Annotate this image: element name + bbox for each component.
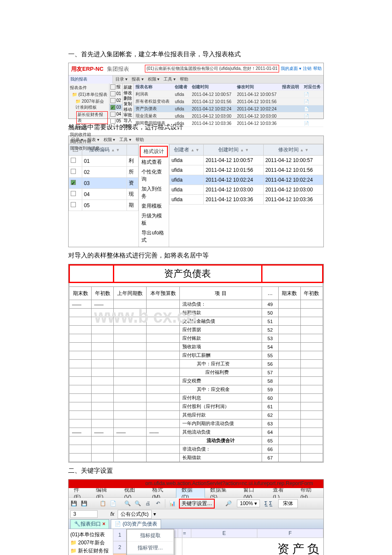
logout-link[interactable]: 注销 — [303, 66, 311, 72]
save-as-icon[interactable]: 💾 — [79, 499, 89, 508]
report-tree[interactable]: 报表条件 📁 (01)本单位报表 📁 2007年新会计准则模板 新长征财务报表 … — [69, 84, 110, 119]
table-row: 应付账款53 — [69, 334, 323, 343]
table-row: ———————— 其他流动负债64 — [69, 428, 323, 436]
copy-icon[interactable]: 📋 — [98, 499, 107, 508]
menu-dir[interactable]: 目录 ▾ — [115, 76, 127, 82]
print-icon[interactable]: 🖨 — [143, 499, 153, 508]
table-row: 非流动负债：66 — [69, 445, 323, 454]
font-select[interactable]: 宋体 — [278, 499, 298, 508]
app-subtitle: 集团报表 — [107, 65, 129, 73]
ops-col[interactable]: 新建修改删除复制 移动审批导入导出 — [123, 84, 134, 119]
table-row: 其中：应付工资56 — [69, 360, 323, 368]
fx-icon: fx — [110, 511, 114, 517]
menu-tool[interactable]: 工具 ▾ — [164, 76, 176, 82]
screenshot-4: om.ufida.web.action.ActionServlet?action… — [68, 479, 324, 555]
sigma-buttons[interactable]: Σ̲ Σ̲ — [264, 500, 272, 506]
keyword-setting-button[interactable]: 关键字设置… — [179, 499, 215, 509]
paste-icon[interactable]: 📄 — [108, 499, 118, 508]
data-dropdown-menu[interactable]: 指标提取 指标管理… fx 单元公式… 公式套用… 审核公式… 批量公式… 查询… — [127, 529, 174, 555]
menu-tool[interactable]: 工具 ▾ — [119, 137, 131, 143]
context-menu[interactable]: 格式设计 格式查看个性化查询加入到任务 套用模板升级为模板导出ufo格式 — [138, 144, 169, 247]
zoom-out-icon[interactable]: 🔍 — [133, 499, 142, 508]
status-org: (01)云南新长征物流集团股份有限公司 (ufida)ufida, 您好！201… — [145, 65, 279, 72]
help-link[interactable]: 帮助 — [313, 66, 322, 72]
zoom-level[interactable]: 100% ▾ — [237, 500, 260, 507]
table-row: 一年内到期的非流动负债63 — [69, 419, 323, 428]
app-logo: 用友ERP-NC — [71, 65, 104, 73]
menu-report[interactable]: 报表 ▾ — [132, 76, 144, 82]
table-row: 其他应付款62 — [69, 411, 323, 419]
save-icon[interactable]: 💾 — [69, 499, 78, 508]
table-row: 预收款项54 — [69, 343, 323, 351]
table-row: 应付福利费57 — [69, 368, 323, 377]
sheet-tab[interactable]: 📄 (03)资产负债表 — [111, 519, 161, 529]
sheet-tab-bar[interactable]: 🔧报表归口 × 📄 (03)资产负债表 — [69, 519, 323, 529]
table-row: 流动负债合计65 — [69, 436, 323, 445]
table-row: ———— 流动负债：49 — [69, 300, 323, 309]
formula-bar[interactable]: 3 fx 公有公式(fc)▾ — [69, 509, 323, 519]
tab-close[interactable]: 🔧报表归口 × — [70, 519, 109, 529]
paragraph-1: 一、首先进入集团帐套，建立本单位报表目录，导入报表格式 — [68, 50, 324, 58]
formula-type: 公有公式(fc) — [118, 510, 151, 519]
undo-icon[interactable]: ↶ — [153, 499, 163, 508]
menu-help[interactable]: 帮助 — [135, 137, 144, 143]
screenshot-2: 目录 ▾ 报表 ▾ 权限 ▾ 工具 ▾ 帮助 报表编码 ▲ ▼ 01利 02所 … — [68, 136, 324, 247]
row-number-col: 报 01 02 ✓03 04 05 — [110, 84, 123, 119]
cell-ref: 3 — [70, 510, 98, 518]
url-overlay: om.ufida.web.action.ActionServlet?action… — [145, 480, 313, 486]
menu-bar[interactable]: 件(F)编辑(E)视图(V) 格式(M)数据(D) 数据集(S)窗口(W)查看(… — [69, 488, 323, 498]
table-row: 应付票据52 — [69, 326, 323, 334]
my-reports-tab[interactable]: 我的报表 — [69, 75, 113, 84]
paragraph-3: 对导入的表样整体格式进行完善，如将表名居中等 — [68, 251, 324, 260]
sheet-title: 资产负债表 — [114, 265, 262, 283]
table-row: 应付股利（应付利润）61 — [69, 402, 323, 411]
report-tree[interactable]: (01)本单位报表 📁 2007年新会 📁 新长征财务报 📄 (01)利润表 📄… — [69, 529, 113, 555]
row-headers: 12 345 — [113, 529, 127, 555]
report-grid[interactable]: 报表名称创建者创建时间修改时间报表说明对应任务 利润表ufida2011-04-… — [134, 84, 323, 119]
format-design-item[interactable]: 格式设计 — [140, 146, 168, 157]
titlebar: om.ufida.web.action.ActionServlet?action… — [69, 480, 323, 488]
table-row: 其中：应交税金59 — [69, 385, 323, 394]
zoom-in-icon[interactable]: 🔍 — [123, 499, 132, 508]
screenshot-3: www.b cx.co 资产负债表 期末数年初数上年同期数本年预算数 项 目… … — [68, 264, 324, 462]
table-row: 长期借款67 — [69, 454, 323, 462]
big-title-partial: 资 产 负 — [277, 541, 319, 555]
chart-icon[interactable]: 📊 — [167, 499, 177, 508]
table-row: 交易性金融负债51 — [69, 317, 323, 326]
table-row: 应付职工薪酬55 — [69, 351, 323, 360]
my-desktop-link[interactable]: 我的桌面 ▾ — [281, 66, 301, 72]
toolbar[interactable]: 💾 💾 📋 📄 🔍 🔍 🖨 ↶ 📊 关键字设置… 🔎 100% ▾ Σ̲ Σ̲ … — [69, 498, 323, 509]
table-row: 应付利息60 — [69, 394, 323, 402]
table-row: 短期借款50 — [69, 309, 323, 317]
screenshot-1: 用友ERP-NC 集团报表 (01)云南新长征物流集团股份有限公司 (ufida… — [68, 63, 324, 119]
table-row: 应交税费58 — [69, 377, 323, 385]
find-icon[interactable]: 🔎 — [224, 499, 233, 508]
menu-perm[interactable]: 权限 ▾ — [148, 76, 160, 82]
sheet-area[interactable]: C = EF 指标提取 指标管理… fx 单元公式… 公式套用… 审核公式… 批… — [127, 529, 323, 555]
paragraph-4: 二、关键字设置 — [68, 467, 324, 475]
menu-help[interactable]: 帮助 — [180, 76, 188, 82]
